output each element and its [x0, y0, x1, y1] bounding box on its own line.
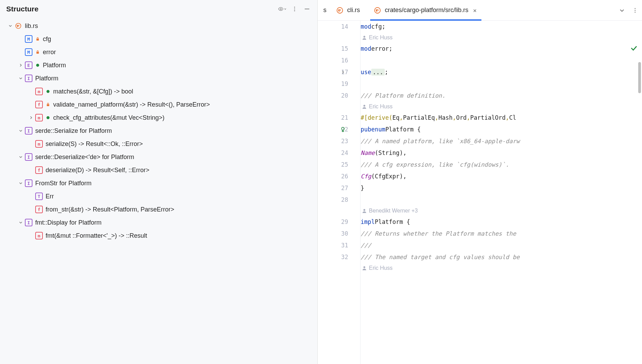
editor-tabs: s cli.rscrates/cargo-platform/src/lib.rs [318, 0, 642, 21]
vcs-author-annotation[interactable]: Eric Huss [361, 32, 642, 43]
chevron-down-icon[interactable] [17, 127, 25, 135]
gutter-line-number[interactable]: 22 [318, 124, 348, 135]
chevron-down-icon[interactable] [17, 74, 25, 82]
visibility-icon[interactable] [278, 5, 286, 13]
chevron-down-icon[interactable] [6, 22, 15, 30]
tree-row[interactable]: fvalidate_named_platform(&str) -> Result… [0, 98, 317, 111]
code-line[interactable]: Name(String), [361, 147, 642, 159]
code-line[interactable]: mod cfg; [361, 21, 642, 32]
code-line[interactable]: Cfg(CfgExpr), [361, 170, 642, 182]
panel-title: Structure [6, 5, 38, 13]
svg-point-17 [342, 127, 344, 130]
code-line[interactable]: #[derive(Eq, PartialEq, Hash, Ord, Parti… [361, 112, 642, 124]
code-line[interactable]: /// Platform definition. [361, 90, 642, 101]
symbol-f-icon: f [35, 166, 43, 174]
code-line[interactable]: /// A named platform, like `x86_64-apple… [361, 135, 642, 147]
vertical-scrollbar[interactable] [638, 62, 641, 93]
tree-row[interactable]: Mcfg [0, 32, 317, 46]
gutter-line-number[interactable]: 14 [318, 21, 348, 32]
tree-row[interactable]: lib.rs [0, 19, 317, 32]
tree-item-label: Platform [35, 75, 58, 82]
code-line[interactable] [361, 55, 642, 66]
code-line[interactable]: impl Platform { [361, 216, 642, 228]
gutter-line-number[interactable]: 29 [318, 216, 348, 228]
svg-point-0 [280, 8, 281, 10]
tree-row[interactable]: Iserde::Deserialize<'de> for Platform [0, 150, 317, 164]
inspection-ok-icon[interactable] [630, 45, 637, 53]
tree-item-label: validate_named_platform(&str) -> Result<… [53, 101, 210, 108]
gutter-line-number[interactable]: 23 [318, 135, 348, 147]
gutter-line-number[interactable]: 27 [318, 182, 348, 194]
gutter-line-number[interactable]: 30 [318, 228, 348, 239]
editor-tab[interactable]: cli.rs [329, 0, 367, 20]
private-lock-icon [35, 37, 40, 41]
code-line[interactable]: } [361, 182, 642, 194]
rust-file-icon [15, 22, 22, 30]
gutter-line-number[interactable]: 15 [318, 43, 348, 55]
code-area[interactable]: mod cfg;Eric Hussmod error;use ...;/// P… [361, 21, 642, 364]
tab-partial[interactable]: s [320, 7, 329, 14]
gutter-line-number[interactable]: 28 [318, 194, 348, 206]
implements-gutter-icon[interactable] [340, 126, 346, 132]
gutter-line-number[interactable]: 21 [318, 112, 348, 124]
gutter-line-number[interactable]: 26 [318, 170, 348, 182]
chevron-down-icon[interactable] [17, 153, 25, 161]
code-line[interactable]: mod error; [361, 43, 642, 55]
tree-row[interactable]: IPlatform [0, 72, 317, 85]
tree-row[interactable]: EPlatform [0, 59, 317, 72]
tree-row[interactable]: Merror [0, 46, 317, 59]
tree-row[interactable]: mcheck_cfg_attributes(&mut Vec<String>) [0, 111, 317, 124]
chevron-right-icon[interactable] [27, 114, 35, 122]
code-line[interactable]: /// A cfg expression, like `cfg(windows)… [361, 159, 642, 170]
chevron-right-icon[interactable] [17, 61, 25, 69]
tree-item-label: serialize(S) -> Result<::Ok, ::Error> [46, 140, 143, 148]
close-icon[interactable] [472, 8, 478, 13]
gutter-line-number[interactable]: 16 [318, 55, 348, 66]
code-line[interactable]: use ...; [361, 66, 642, 78]
tab-more-icon[interactable] [631, 6, 639, 14]
editor-tab[interactable]: crates/cargo-platform/src/lib.rs [367, 0, 485, 20]
code-line[interactable]: pub enum Platform { [361, 124, 642, 135]
symbol-m-icon: m [35, 114, 43, 121]
tree-row[interactable]: ffrom_str(&str) -> Result<Platform, Pars… [0, 203, 317, 216]
code-line[interactable]: /// Returns whether the Platform matches… [361, 228, 642, 239]
tree-row[interactable]: Iserde::Serialize for Platform [0, 124, 317, 137]
gutter-line-number[interactable]: 19 [318, 78, 348, 90]
tree-row[interactable]: TErr [0, 190, 317, 203]
code-line[interactable] [361, 78, 642, 90]
svg-point-8 [36, 64, 39, 67]
structure-tree: lib.rsMcfgMerrorEPlatformIPlatformmmatch… [0, 18, 317, 364]
vcs-author-annotation[interactable]: Eric Huss [361, 101, 642, 112]
tree-row[interactable]: IFromStr for Platform [0, 177, 317, 190]
chevron-down-icon[interactable] [17, 179, 25, 187]
gutter-line-number[interactable]: 20 [318, 90, 348, 101]
code-editor[interactable]: 141516171920212223242526272829303132 mod… [318, 21, 642, 364]
tree-item-label: FromStr for Platform [35, 180, 92, 187]
code-line[interactable]: /// The named target and cfg values shou… [361, 251, 642, 263]
tree-row[interactable]: fdeserialize(D) -> Result<Self, ::Error> [0, 164, 317, 177]
tab-dropdown-icon[interactable] [618, 6, 626, 14]
tree-row[interactable]: Ifmt::Display for Platform [0, 216, 317, 229]
fold-expand-icon[interactable] [340, 69, 346, 75]
gutter-line-number[interactable]: 17 [318, 66, 348, 78]
symbol-E-icon: E [25, 61, 32, 69]
tree-row[interactable]: mfmt(&mut ::Formatter<'_>) -> ::Result [0, 229, 317, 242]
tree-row[interactable]: mserialize(S) -> Result<::Ok, ::Error> [0, 137, 317, 150]
gutter-line-number[interactable]: 31 [318, 239, 348, 251]
symbol-M-icon: M [25, 48, 32, 56]
gutter-line-number[interactable]: 25 [318, 159, 348, 170]
gutter-line-number[interactable]: 24 [318, 147, 348, 159]
chevron-down-icon[interactable] [17, 218, 25, 227]
vcs-author-annotation[interactable]: Benedikt Werner +3 [361, 206, 642, 216]
svg-point-19 [364, 105, 365, 107]
more-icon[interactable] [290, 5, 299, 13]
code-line[interactable]: /// [361, 239, 642, 251]
private-lock-icon [46, 102, 50, 107]
tree-item-label: from_str(&str) -> Result<Platform, Parse… [46, 206, 174, 213]
public-visibility-icon [35, 63, 40, 68]
vcs-author-annotation[interactable]: Eric Huss [361, 263, 642, 273]
code-line[interactable] [361, 194, 642, 206]
gutter-line-number[interactable]: 32 [318, 251, 348, 263]
minimize-icon[interactable] [303, 5, 311, 13]
tree-row[interactable]: mmatches(&str, &[Cfg]) -> bool [0, 85, 317, 98]
